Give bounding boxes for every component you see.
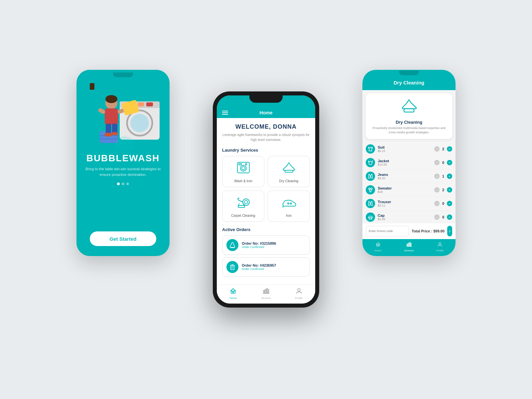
nav-item-devices[interactable]: Devices bbox=[250, 288, 283, 300]
item-row-jacket: Jacket $14.55 − 0 + bbox=[366, 156, 452, 170]
svg-rect-12 bbox=[105, 108, 118, 125]
svg-point-16 bbox=[111, 132, 118, 135]
order-card-1[interactable]: Order No: #3215896 Order Confirmed bbox=[222, 235, 310, 255]
item-avatar-trouser bbox=[366, 199, 375, 208]
status-bar bbox=[217, 95, 315, 107]
svg-rect-42 bbox=[263, 290, 264, 294]
svg-point-46 bbox=[298, 289, 300, 291]
qty-minus-sweater[interactable]: − bbox=[434, 187, 440, 193]
item-name-cap: Cap bbox=[378, 213, 434, 217]
svg-point-3 bbox=[130, 114, 149, 132]
svg-rect-50 bbox=[378, 244, 379, 246]
svg-rect-48 bbox=[404, 109, 414, 112]
app-name: BUBBLEWASH bbox=[86, 153, 160, 164]
svg-point-22 bbox=[240, 165, 246, 171]
qty-plus-suit[interactable]: + bbox=[447, 146, 452, 152]
dry-cleaning-hanger-icon bbox=[370, 98, 448, 118]
svg-rect-40 bbox=[231, 291, 233, 293]
qty-minus-cap[interactable]: − bbox=[434, 214, 440, 220]
service-card-dry-cleaning[interactable]: Dry Cleaning bbox=[268, 156, 310, 187]
item-info-suit: Suit $5.15 bbox=[378, 145, 434, 153]
order-status-1: Order Confirmed bbox=[242, 245, 276, 249]
svg-point-29 bbox=[244, 200, 248, 204]
item-name-suit: Suit bbox=[378, 145, 434, 149]
svg-rect-43 bbox=[265, 289, 266, 294]
dry-cleaning-screen-title: Dry Cleaning bbox=[368, 80, 450, 85]
qty-minus-jacket[interactable]: − bbox=[434, 160, 440, 165]
right-home-icon bbox=[375, 242, 381, 248]
services-grid: Wash & Iron Dry Cleaning bbox=[222, 156, 310, 222]
item-qty-cap: − 0 + bbox=[434, 214, 452, 220]
service-label-wash-iron: Wash & Iron bbox=[234, 179, 252, 183]
service-label-iron: Iron bbox=[286, 214, 292, 217]
qty-plus-jeans[interactable]: + bbox=[447, 174, 452, 179]
services-section-title: Laundry Services bbox=[222, 148, 310, 153]
nav-item-home[interactable]: Home bbox=[217, 288, 250, 300]
order-status-2: Order Confirmed bbox=[242, 267, 276, 271]
home-nav-icon bbox=[230, 288, 236, 296]
svg-rect-5 bbox=[138, 102, 144, 106]
item-price-jeans: $4.20 bbox=[378, 177, 434, 180]
qty-val-jacket: 0 bbox=[441, 161, 446, 165]
qty-minus-trouser[interactable]: − bbox=[434, 201, 440, 206]
right-profile-icon bbox=[437, 242, 443, 248]
washer-icon bbox=[237, 162, 250, 176]
svg-rect-13 bbox=[106, 124, 111, 134]
qty-plus-sweater[interactable]: + bbox=[447, 187, 452, 193]
service-label-carpet-cleaning: Carpet Cleaning bbox=[231, 214, 255, 217]
profile-nav-icon bbox=[296, 288, 302, 296]
qty-val-sweater: 2 bbox=[441, 188, 446, 192]
item-name-jacket: Jacket bbox=[378, 159, 434, 163]
phone-shell: Home WELCOME, DONNA Leverage agile frame… bbox=[213, 91, 319, 308]
nav-item-profile[interactable]: Profile bbox=[282, 288, 315, 300]
vacuum-icon bbox=[236, 196, 251, 210]
left-notch bbox=[113, 72, 133, 77]
svg-point-35 bbox=[290, 203, 292, 204]
devices-nav-label: Devices bbox=[261, 297, 271, 300]
qty-val-trouser: 0 bbox=[441, 201, 446, 205]
svg-rect-44 bbox=[267, 288, 268, 294]
get-started-button[interactable]: Get Started bbox=[90, 231, 156, 246]
service-card-carpet-cleaning[interactable]: Carpet Cleaning bbox=[222, 191, 264, 222]
item-qty-suit: − 2 + bbox=[434, 146, 452, 152]
item-qty-sweater: − 2 + bbox=[434, 187, 452, 193]
dry-cleaning-info-card: Dry Cleaning Proactively envisioned mult… bbox=[366, 93, 452, 139]
qty-val-jeans: 1 bbox=[441, 174, 446, 178]
service-card-wash-iron[interactable]: Wash & Iron bbox=[222, 156, 264, 187]
service-card-iron[interactable]: Iron bbox=[268, 191, 310, 222]
qty-plus-trouser[interactable]: + bbox=[447, 201, 452, 206]
checkout-bar: Total Price : $99.00 › bbox=[362, 223, 456, 239]
checkout-button[interactable]: › bbox=[447, 226, 452, 236]
welcome-section: WELCOME, DONNA Leverage agile frameworks… bbox=[222, 123, 310, 142]
welcome-title: WELCOME, DONNA bbox=[222, 123, 310, 130]
qty-plus-jacket[interactable]: + bbox=[447, 160, 452, 165]
right-nav-profile[interactable]: Profile bbox=[425, 242, 456, 252]
qty-val-suit: 2 bbox=[441, 147, 446, 151]
top-nav: Home bbox=[217, 107, 315, 118]
item-avatar-sweater bbox=[366, 185, 375, 195]
item-avatar-jeans bbox=[366, 172, 375, 181]
svg-rect-24 bbox=[239, 164, 241, 165]
hamburger-menu[interactable] bbox=[222, 111, 228, 115]
promo-input[interactable] bbox=[366, 226, 409, 236]
main-content: WELCOME, DONNA Leverage agile frameworks… bbox=[217, 118, 315, 285]
svg-rect-52 bbox=[408, 243, 409, 246]
order-number-1: Order No: #3215896 bbox=[242, 241, 276, 245]
right-nav-devices[interactable]: Devices bbox=[393, 242, 424, 252]
devices-nav-icon bbox=[263, 288, 269, 296]
qty-minus-jeans[interactable]: − bbox=[434, 174, 440, 179]
right-nav-home[interactable]: Home bbox=[362, 242, 393, 252]
svg-rect-27 bbox=[285, 170, 293, 172]
order-card-2[interactable]: Order No: #4236957 Order Confirmed bbox=[222, 257, 310, 277]
svg-point-55 bbox=[439, 242, 441, 244]
qty-plus-cap[interactable]: + bbox=[447, 214, 452, 220]
phone-screen: Home WELCOME, DONNA Leverage agile frame… bbox=[217, 95, 315, 304]
qty-minus-suit[interactable]: − bbox=[434, 146, 440, 152]
item-qty-jeans: − 1 + bbox=[434, 174, 452, 179]
item-price-trouser: $3.11 bbox=[378, 204, 434, 207]
onboarding-illustration bbox=[90, 83, 156, 150]
order-icon-1 bbox=[226, 239, 238, 251]
item-price-sweater: $18 bbox=[378, 190, 434, 194]
item-info-sweater: Sweater $18 bbox=[378, 186, 434, 194]
home-nav-label: Home bbox=[230, 297, 237, 300]
